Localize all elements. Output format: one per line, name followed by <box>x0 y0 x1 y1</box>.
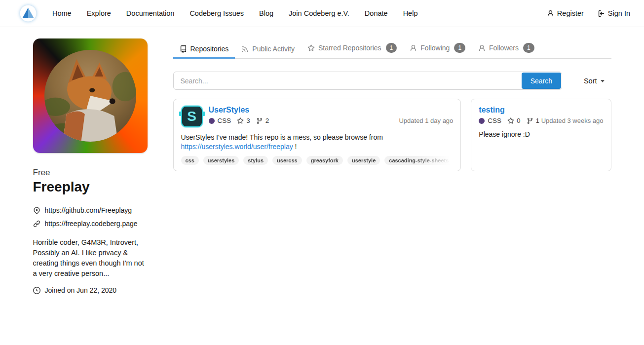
rss-icon <box>241 45 249 53</box>
language-label: CSS <box>488 117 501 124</box>
top-navbar: Home Explore Documentation Codeberg Issu… <box>0 0 644 27</box>
topic-tag[interactable]: stylus <box>243 156 268 165</box>
repo-description-text: UserStyles I've made! This repo is a mes… <box>181 133 383 141</box>
repo-card-testing: testing CSS 0 1 Up <box>471 99 611 171</box>
profile-sidebar: Free Freeplay https://github.com/Freepla… <box>33 38 148 294</box>
profile-content: Repositories Public Activity Starred Rep… <box>173 38 611 171</box>
profile-joined: Joined on Jun 22, 2020 <box>45 286 117 294</box>
main-navigation: Home Explore Documentation Codeberg Issu… <box>52 9 433 17</box>
profile-location: https://github.com/Freeplayg <box>45 206 132 214</box>
tab-public-activity[interactable]: Public Activity <box>235 40 301 58</box>
repository-list: S UserStyles CSS 3 2 <box>173 99 611 171</box>
tab-label: Repositories <box>190 45 229 53</box>
star-icon <box>507 117 514 124</box>
following-count-badge: 1 <box>454 43 465 53</box>
git-branch-icon <box>527 117 533 124</box>
tab-label: Starred Repositories <box>318 44 381 52</box>
person-icon <box>410 44 417 52</box>
sign-in-label: Sign In <box>608 9 630 17</box>
repo-description-link[interactable]: https://userstyles.world/user/freeplay <box>181 143 293 151</box>
profile-bio: Horrible coder, G4M3R, Introvert, Possib… <box>33 237 148 279</box>
updated-time: Updated 3 weeks ago <box>541 117 604 124</box>
chevron-down-icon <box>601 80 605 82</box>
profile-username: Freeplay <box>33 179 148 195</box>
fork-count: 2 <box>265 117 269 124</box>
nav-item-documentation[interactable]: Documentation <box>126 9 175 17</box>
profile-avatar <box>33 38 148 153</box>
repo-description-suffix: ! <box>295 143 297 151</box>
nav-item-home[interactable]: Home <box>52 9 72 17</box>
star-count: 3 <box>246 117 250 124</box>
codeberg-mountain-icon <box>19 4 37 22</box>
topic-tag[interactable]: usercss <box>272 156 302 165</box>
auth-links: Register Sign In <box>547 9 630 17</box>
language-dot <box>209 118 215 124</box>
nav-item-explore[interactable]: Explore <box>87 9 111 17</box>
repo-description: Please ignore :D <box>479 130 603 139</box>
topic-tag[interactable]: css <box>181 156 199 165</box>
search-button[interactable]: Search <box>522 73 561 89</box>
nav-item-join-codeberg[interactable]: Join Codeberg e.V. <box>289 9 349 17</box>
language-label: CSS <box>218 117 231 124</box>
followers-count-badge: 1 <box>523 43 534 53</box>
register-link[interactable]: Register <box>547 9 584 17</box>
topic-list: css userstyles stylus usercss greasyfork… <box>181 156 454 165</box>
clock-icon <box>33 287 40 294</box>
repo-icon <box>180 45 187 53</box>
profile-page: Free Freeplay https://github.com/Freepla… <box>33 38 611 294</box>
register-label: Register <box>557 9 584 17</box>
topic-tag[interactable]: userstyle <box>347 156 380 165</box>
nav-item-codeberg-issues[interactable]: Codeberg Issues <box>189 9 244 17</box>
repo-link-testing[interactable]: testing <box>479 106 504 115</box>
profile-location-row: https://github.com/Freeplayg <box>33 206 148 214</box>
profile-joined-row: Joined on Jun 22, 2020 <box>33 286 148 294</box>
sign-in-icon <box>598 10 605 17</box>
tab-followers[interactable]: Followers 1 <box>472 38 541 58</box>
location-icon <box>33 207 40 214</box>
git-branch-icon <box>256 117 263 124</box>
updated-time: Updated 1 day ago <box>399 117 453 124</box>
search-input[interactable] <box>174 72 521 89</box>
profile-fullname: Free <box>33 168 148 178</box>
profile-website-link[interactable]: https://freeplay.codeberg.page <box>45 220 138 228</box>
profile-tabs: Repositories Public Activity Starred Rep… <box>173 38 611 59</box>
fox-photo <box>44 50 136 142</box>
search-group: Search <box>173 72 562 90</box>
tab-following[interactable]: Following 1 <box>403 38 472 58</box>
tab-starred-repositories[interactable]: Starred Repositories 1 <box>301 38 403 58</box>
userstyles-repo-avatar[interactable]: S <box>181 106 203 127</box>
star-icon <box>237 117 244 124</box>
repo-search-row: Search Sort <box>173 72 611 90</box>
nav-item-donate[interactable]: Donate <box>365 9 388 17</box>
link-icon <box>33 220 40 228</box>
repo-card-userstyles: S UserStyles CSS 3 2 <box>173 99 461 171</box>
repo-meta: CSS 0 1 Updated 3 weeks ago <box>479 117 603 124</box>
topic-tag[interactable]: userstyles <box>203 156 239 165</box>
tab-repositories[interactable]: Repositories <box>173 40 235 59</box>
sort-label: Sort <box>584 77 597 85</box>
nav-item-blog[interactable]: Blog <box>259 9 273 17</box>
star-count: 0 <box>517 117 521 124</box>
nav-item-help[interactable]: Help <box>403 9 418 17</box>
repo-link-userstyles[interactable]: UserStyles <box>209 106 250 115</box>
repo-description: UserStyles I've made! This repo is a mes… <box>181 133 454 151</box>
topic-tag[interactable]: cascading-style-sheets <box>384 156 453 165</box>
tab-label: Public Activity <box>252 45 295 53</box>
person-icon <box>547 10 554 17</box>
person-icon <box>478 44 486 52</box>
tab-label: Following <box>420 44 450 52</box>
repo-meta: CSS 3 2 Updated 1 day ago <box>209 117 454 124</box>
sort-dropdown[interactable]: Sort <box>584 77 605 85</box>
codeberg-logo[interactable] <box>19 4 38 23</box>
star-icon <box>307 44 315 52</box>
profile-website-row: https://freeplay.codeberg.page <box>33 220 148 228</box>
starred-count-badge: 1 <box>386 43 397 53</box>
topic-tag[interactable]: greasyfork <box>306 156 343 165</box>
sign-in-link[interactable]: Sign In <box>598 9 630 17</box>
language-dot <box>479 118 485 124</box>
fork-count: 1 <box>536 117 540 124</box>
tab-label: Followers <box>489 44 519 52</box>
